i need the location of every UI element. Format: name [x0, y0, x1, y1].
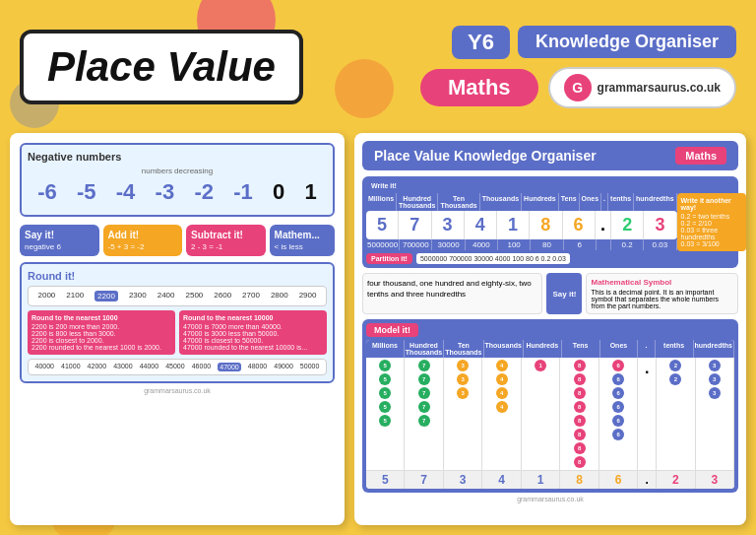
- subval-30k: 30000: [432, 239, 465, 250]
- counter-millions-5: 5: [379, 415, 391, 427]
- subtract-it-title: Subtract it!: [191, 230, 261, 240]
- counter-millions-1: 5: [379, 360, 391, 371]
- say-it-content: negative 6: [25, 242, 94, 251]
- mf-2: 2: [657, 471, 695, 489]
- val-4: 4: [465, 211, 497, 239]
- documents-area: Negative numbers numbers decreasing -6 -…: [0, 133, 756, 535]
- num-neg-2: -2: [194, 179, 214, 205]
- maths-card-title: Mathem...: [275, 230, 330, 240]
- y6-ko-row: Y6 Knowledge Organiser: [452, 26, 736, 59]
- subval-02: 0.2: [611, 239, 644, 250]
- nl-2800: 2800: [271, 291, 288, 301]
- counter-t-3: 8: [574, 387, 586, 399]
- right-doc-title: Place Value Knowledge Organiser: [374, 148, 597, 164]
- col-thousands: Thousands: [480, 193, 522, 211]
- bl-50000: 50000: [300, 363, 319, 371]
- counter-o-2: 6: [612, 373, 624, 385]
- counter-o-5: 6: [612, 415, 624, 427]
- counter-o-3: 6: [612, 387, 624, 399]
- bl-40000: 40000: [35, 363, 54, 371]
- col-hthousands: Hundred Thousands: [397, 193, 438, 211]
- model-dot-symbol: .: [645, 360, 649, 377]
- nl-2900: 2900: [299, 291, 317, 301]
- num-neg-6: -6: [37, 179, 57, 205]
- say-it-title: Say it!: [25, 230, 94, 240]
- subval-6: 6: [564, 239, 597, 250]
- ko-badge: Knowledge Organiser: [518, 26, 736, 58]
- add-it-title: Add it!: [108, 230, 178, 240]
- col-tens: Tens: [559, 193, 580, 211]
- subval-700k: 700000: [400, 239, 432, 250]
- math-symbol-content: This is a decimal point. It is an import…: [591, 289, 733, 309]
- model-header: Millions Hundred Thousands Ten Thousands…: [366, 340, 734, 358]
- counter-th-4: 4: [496, 401, 508, 413]
- round-it-title: Round it!: [28, 270, 327, 282]
- round-box-10000-content: 47000 is 7000 more than 40000. 47000 is …: [183, 323, 323, 351]
- subval-dot: [597, 239, 611, 250]
- grammarsaurus-badge: G grammarsaurus.co.uk: [548, 67, 736, 108]
- mf-1: 1: [522, 471, 560, 489]
- right-doc-header: Place Value Knowledge Organiser Maths: [362, 141, 738, 170]
- model-footer: 5 7 3 4 1 8 6 . 2 3: [366, 470, 734, 489]
- model-col-thousands: 4 4 4 4: [482, 358, 521, 470]
- num-neg-3: -3: [156, 179, 175, 205]
- right-doc-footer: grammarsaurus.co.uk: [362, 496, 738, 502]
- left-doc-footer: grammarsaurus.co.uk: [20, 387, 335, 394]
- round-it-bottom-line: 40000 41000 42000 43000 44000 45000 4600…: [28, 359, 327, 375]
- num-neg-4: -4: [116, 179, 136, 205]
- num-zero: 0: [273, 179, 284, 205]
- counter-t-1: 8: [574, 360, 586, 371]
- counter-h-1: 1: [535, 360, 546, 371]
- col-millions: Millions: [366, 193, 397, 211]
- bl-41000: 41000: [61, 363, 80, 371]
- place-value-grid: Write it! Millions Hundred Thousands Ten…: [362, 176, 738, 268]
- val-8: 8: [530, 211, 562, 239]
- col-hundredths: hundredths: [634, 193, 677, 211]
- nl-2000: 2000: [38, 291, 56, 301]
- val-5: 5: [366, 211, 399, 239]
- negative-numbers-section: Negative numbers numbers decreasing -6 -…: [20, 143, 335, 217]
- bl-45000: 45000: [165, 363, 184, 371]
- val-2: 2: [611, 211, 644, 239]
- math-symbol-title: Mathematical Symbol: [591, 278, 733, 287]
- round-box-1000-title: Round to the nearest 1000: [32, 314, 171, 321]
- nl-2500: 2500: [185, 291, 203, 301]
- val-7: 7: [399, 211, 431, 239]
- counter-millions-3: 5: [379, 387, 391, 399]
- write-it-side-box: Write it another way! 0.2 = two tenths 0…: [677, 193, 746, 251]
- counter-o-1: 6: [612, 360, 624, 371]
- counter-hth-5: 7: [418, 415, 430, 427]
- counter-tenth-1: 2: [669, 360, 681, 371]
- val-3: 3: [432, 211, 465, 239]
- model-col-hundreds: 1: [522, 358, 560, 470]
- partition-it-value: 5000000 700000 30000 4000 100 80 6 0.2 0…: [416, 253, 570, 264]
- top-section: Place Value Y6 Knowledge Organiser Maths…: [0, 0, 756, 133]
- model-col-tthousands: 3 3 3: [444, 358, 482, 470]
- four-thousand-box: four thousand, one hundred and eighty-si…: [362, 273, 542, 314]
- counter-t-4: 8: [574, 401, 586, 413]
- counter-t-8: 8: [574, 456, 586, 468]
- model-it-title-bar: Model it!: [366, 323, 734, 337]
- partition-it-label: Partition it!: [366, 253, 412, 264]
- model-col-tenths: 2 2: [657, 358, 695, 470]
- mh-ones: Ones: [600, 340, 639, 358]
- model-col-hthousands: 7 7 7 7 7: [405, 358, 443, 470]
- counter-hundredth-1: 3: [709, 360, 721, 371]
- mh-hundreds: Hundreds: [524, 340, 562, 358]
- counter-tth-2: 3: [457, 373, 469, 385]
- mh-millions: Millions: [366, 340, 405, 358]
- write-it-label: Write it!: [366, 180, 402, 191]
- top-right-area: Y6 Knowledge Organiser Maths G grammarsa…: [420, 26, 736, 108]
- mf-6: 6: [599, 471, 638, 489]
- col-ones: Ones: [580, 193, 602, 211]
- y6-badge: Y6: [452, 26, 510, 59]
- mf-5: 5: [366, 471, 405, 489]
- nl-2600: 2600: [214, 291, 231, 301]
- model-it-section: Model it! Millions Hundred Thousands Ten…: [362, 319, 738, 493]
- bl-49000: 49000: [274, 363, 292, 371]
- subtract-it-content: 2 - 3 = -1: [191, 242, 261, 251]
- subval-5m: 5000000: [366, 239, 400, 250]
- col-tenths: tenths: [608, 193, 634, 211]
- mf-3: 3: [444, 471, 482, 489]
- model-col-tens: 8 8 8 8 8 8 8 8: [560, 358, 598, 470]
